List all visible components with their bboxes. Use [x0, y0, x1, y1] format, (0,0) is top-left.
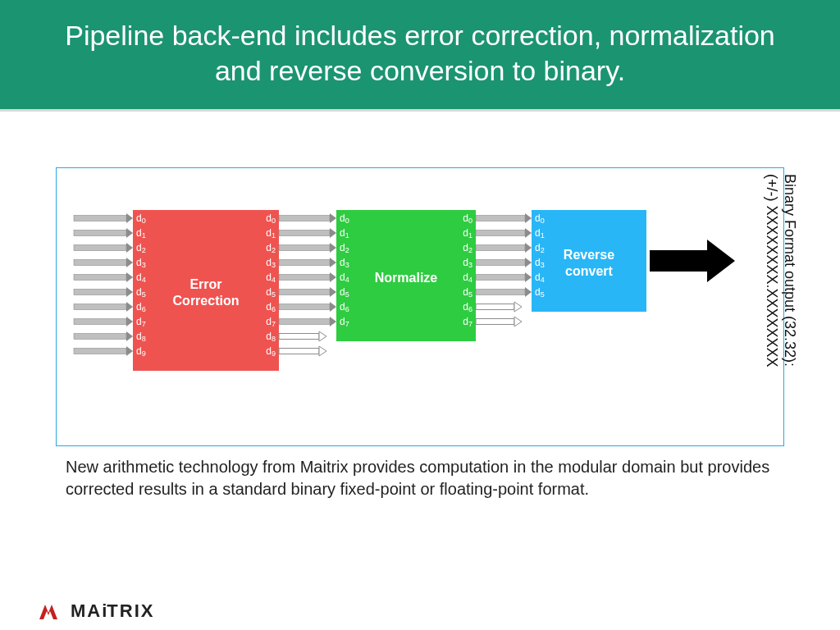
svg-rect-13 [74, 304, 126, 310]
svg-rect-66 [476, 290, 525, 295]
diagram-canvas: d0d1d2d3d4d5d6d7d8d9d0d1d2d3d4d5d6d7d8d9… [0, 112, 840, 630]
logo-mark-icon [38, 601, 66, 621]
svg-text:Error: Error [189, 277, 221, 291]
svg-rect-64 [476, 260, 525, 266]
svg-rect-3 [74, 231, 126, 236]
svg-text:convert: convert [565, 264, 613, 278]
svg-rect-1 [74, 216, 126, 221]
svg-rect-17 [74, 334, 126, 340]
svg-rect-36 [279, 260, 330, 266]
svg-rect-67 [476, 304, 514, 310]
svg-rect-61 [476, 216, 525, 221]
svg-rect-37 [279, 275, 330, 281]
svg-text:Correction: Correction [173, 294, 240, 308]
output-line2: (+/-) XXXXXXXX.XXXXXXXX [764, 174, 780, 368]
svg-rect-65 [476, 275, 525, 281]
svg-rect-7 [74, 260, 126, 266]
svg-rect-62 [476, 231, 525, 236]
svg-rect-42 [279, 349, 319, 354]
svg-rect-11 [74, 290, 126, 295]
svg-text:Normalize: Normalize [375, 271, 438, 285]
svg-rect-68 [476, 319, 514, 325]
svg-rect-33 [279, 216, 330, 221]
logo: MAiTRIX [38, 600, 154, 622]
svg-rect-38 [279, 290, 330, 295]
svg-text:Reverse: Reverse [564, 248, 614, 262]
svg-rect-15 [74, 319, 126, 325]
svg-rect-41 [279, 334, 319, 340]
header-banner: Pipeline back-end includes error correct… [0, 0, 840, 112]
svg-rect-40 [279, 319, 330, 325]
svg-rect-34 [279, 231, 330, 236]
svg-rect-63 [476, 245, 525, 251]
svg-rect-35 [279, 245, 330, 251]
output-label: Binary Format output (32.32): (+/-) XXXX… [760, 174, 799, 436]
svg-rect-39 [279, 304, 330, 310]
logo-text: MAiTRIX [71, 600, 154, 622]
svg-rect-9 [74, 275, 126, 281]
svg-rect-19 [74, 349, 126, 354]
caption-text: New arithmetic technology from Maitrix p… [66, 456, 779, 500]
output-line1: Binary Format output (32.32): [782, 174, 798, 367]
svg-rect-5 [74, 245, 126, 251]
header-title: Pipeline back-end includes error correct… [65, 20, 775, 86]
